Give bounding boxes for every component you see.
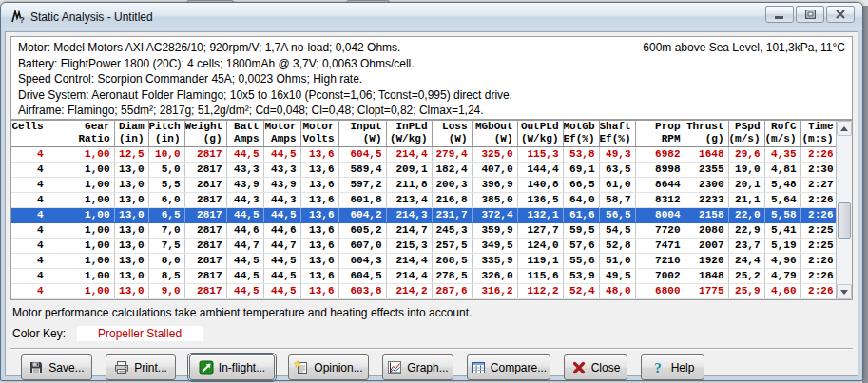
svg-text:?: ? <box>19 14 25 24</box>
table-cell: 43,3 <box>263 163 300 178</box>
table-cell: 5,64 <box>764 193 800 208</box>
table-cell: 604,5 <box>338 147 386 163</box>
scroll-down-button[interactable] <box>837 284 852 299</box>
table-row[interactable]: 41,0013,07,5281744,744,713,6607,0215,325… <box>11 239 838 254</box>
graph-button[interactable]: Graph... <box>382 354 453 380</box>
table-cell: 127,7 <box>517 223 563 239</box>
scrollbar-thumb[interactable] <box>838 202 851 239</box>
table-cell: 1,00 <box>48 178 114 193</box>
speed-control-summary: Speed Control: Scorpion Commander 45A; 0… <box>18 71 845 87</box>
table-cell: 325,0 <box>472 147 517 163</box>
table-cell: 4 <box>11 178 48 193</box>
table-icon <box>471 360 486 375</box>
button-label: Close <box>591 361 621 374</box>
floppy-disk-icon <box>29 360 44 375</box>
column-header-diam-in: Diam(in) <box>114 121 148 147</box>
table-cell: 4,96 <box>764 254 800 269</box>
app-icon: ? <box>10 10 25 25</box>
scroll-up-button[interactable] <box>837 121 852 136</box>
table-cell: 58,7 <box>599 193 635 208</box>
table-cell: 44,5 <box>226 147 263 163</box>
table-cell: 396,9 <box>472 178 517 193</box>
table-cell: 13,6 <box>300 254 338 269</box>
color-key-row: Color Key: Propeller Stalled <box>12 325 851 342</box>
save-button[interactable]: Save... <box>21 354 92 380</box>
table-cell: 13,6 <box>300 178 338 193</box>
table-row[interactable]: 41,0013,09,0281744,544,513,6603,8214,228… <box>11 284 838 299</box>
table-cell: 13,0 <box>114 178 148 193</box>
table-cell: 4 <box>11 208 48 223</box>
close-button[interactable] <box>826 6 855 23</box>
close-button-dialog[interactable]: Close <box>564 354 627 380</box>
column-header-time-m-s: Time(m:s) <box>800 121 838 147</box>
help-button[interactable]: ? Help <box>641 354 704 380</box>
table-cell: 6,0 <box>148 193 184 208</box>
table-cell: 268,5 <box>432 254 472 269</box>
table-cell: 20,1 <box>728 178 764 193</box>
table-cell: 44,5 <box>263 208 300 223</box>
column-header-input-w: Input(W) <box>338 121 386 147</box>
table-cell: 2817 <box>184 147 226 163</box>
table-cell: 13,6 <box>300 163 338 178</box>
table-cell: 1,00 <box>48 239 114 254</box>
table-cell: 7,0 <box>148 223 184 239</box>
column-header-loss-w: Loss(W) <box>432 121 472 147</box>
title-bar[interactable]: ? Static Analysis - Untitled <box>1 3 862 30</box>
airframe-summary: Airframe: Flamingo; 55dm²; 2817g; 51,2g/… <box>18 103 845 119</box>
table-cell: 1,00 <box>48 284 114 299</box>
compare-button[interactable]: Compare... <box>467 354 550 380</box>
table-cell: 349,5 <box>472 239 517 254</box>
table-cell: 44,7 <box>226 239 263 254</box>
table-cell: 4 <box>11 239 48 254</box>
table-cell: 2080 <box>685 223 728 239</box>
table-cell: 245,3 <box>432 223 472 239</box>
opinion-button[interactable]: Opinion... <box>288 354 369 380</box>
table-cell: 2817 <box>184 223 226 239</box>
table-cell: 49,3 <box>599 147 635 163</box>
column-header-pitch-in: Pitch(in) <box>148 121 184 147</box>
conditions-summary: 600m above Sea Level, 101,3kPa, 11°C <box>643 40 845 56</box>
table-cell: 23,7 <box>728 239 764 254</box>
column-header-motgb-ef: MotGbEf(%) <box>563 121 599 147</box>
table-cell: 124,0 <box>517 239 563 254</box>
table-cell: 13,0 <box>114 269 148 284</box>
print-button[interactable]: Print... <box>106 354 176 380</box>
table-cell: 13,0 <box>114 284 148 299</box>
table-cell: 589,4 <box>338 163 386 178</box>
table-cell: 19,0 <box>728 163 764 178</box>
svg-text:?: ? <box>654 360 662 375</box>
column-header-rofc-m-s: RofC(m/s) <box>764 121 800 147</box>
minimize-button[interactable] <box>765 6 794 23</box>
column-header-batt-amps: BattAmps <box>226 121 263 147</box>
table-cell: 2817 <box>184 193 226 208</box>
table-cell: 6982 <box>635 147 685 163</box>
table-row[interactable]: 41,0013,05,5281743,943,913,6597,2211,820… <box>11 178 838 193</box>
table-cell: 1,00 <box>48 208 114 223</box>
table-row[interactable]: 41,0013,06,0281744,344,313,6601,8213,421… <box>11 193 838 208</box>
table-cell: 13,0 <box>114 254 148 269</box>
table-cell: 7216 <box>635 254 685 269</box>
table-row[interactable]: 41,0013,06,5281744,544,513,6604,2214,323… <box>11 208 838 223</box>
table-row[interactable]: 41,0012,510,0281744,544,513,6604,5214,42… <box>11 147 838 163</box>
table-row[interactable]: 41,0013,08,5281744,544,513,6604,5214,427… <box>11 269 838 284</box>
table-cell: 44,7 <box>263 239 300 254</box>
maximize-button[interactable] <box>796 6 824 23</box>
vertical-scrollbar[interactable] <box>836 121 852 299</box>
table-cell: 372,4 <box>472 208 517 223</box>
airplane-icon <box>199 360 214 375</box>
table-cell: 9,0 <box>148 284 184 299</box>
table-row[interactable]: 41,0013,07,0281744,644,613,6605,2214,724… <box>11 223 838 239</box>
table-cell: 49,5 <box>599 269 635 284</box>
table-cell: 2:25 <box>800 223 838 239</box>
performance-note: Motor performance calculations take ambi… <box>12 306 851 320</box>
table-cell: 66,5 <box>563 178 599 193</box>
table-cell: 4 <box>11 269 48 284</box>
inflight-button[interactable]: In-flight... <box>189 354 275 380</box>
table-cell: 2817 <box>184 163 226 178</box>
table-cell: 136,5 <box>517 193 563 208</box>
table-row[interactable]: 41,0013,08,0281744,544,513,6604,3214,426… <box>11 254 838 269</box>
table-cell: 1,00 <box>48 193 114 208</box>
table-row[interactable]: 41,0013,05,0281743,343,313,6589,4209,118… <box>11 163 838 178</box>
table-cell: 8998 <box>635 163 685 178</box>
table-cell: 2355 <box>685 163 728 178</box>
